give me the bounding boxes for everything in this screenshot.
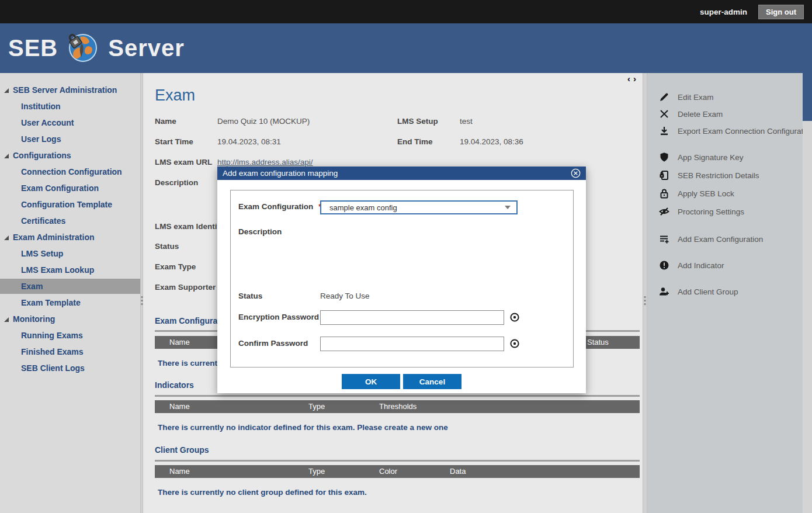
sidebar-item-connection-configuration[interactable]: Connection Configuration [0, 164, 140, 179]
seb-globe-logo-icon [67, 32, 98, 65]
add-exam-configuration-action[interactable]: Add Exam Configuration [647, 232, 803, 246]
sidebar: SEB Server Administration Institution Us… [0, 73, 140, 513]
lms-setup-value: test [460, 117, 473, 126]
restriction-icon [659, 170, 669, 181]
exam-configuration-field-label: Exam Configuration* [238, 202, 322, 211]
brand-server-text: Server [108, 35, 185, 61]
dialog-description-label: Description [238, 227, 282, 236]
tree-expand-icon [4, 235, 9, 240]
end-time-label: End Time [397, 137, 433, 146]
ok-button[interactable]: OK [342, 374, 400, 389]
sidebar-item-finished-exams[interactable]: Finished Exams [0, 344, 140, 359]
sidebar-item-configuration-template[interactable]: Configuration Template [0, 197, 140, 212]
sidebar-item-lms-exam-lookup[interactable]: LMS Exam Lookup [0, 262, 140, 278]
sign-out-button[interactable]: Sign out [758, 5, 804, 19]
exam-type-label: Exam Type [155, 262, 196, 271]
export-exam-connection-configuration-action[interactable]: Export Exam Connection Configuration [647, 124, 803, 138]
actions-resize-handle[interactable] [643, 73, 647, 513]
client-groups-table-header: Name Type Color Data [155, 465, 640, 478]
sidebar-item-configurations[interactable]: Configurations [0, 148, 140, 163]
sidebar-item-running-exams[interactable]: Running Exams [0, 328, 140, 343]
eye-off-icon [659, 206, 669, 217]
dialog-titlebar: Add exam configuration mapping [217, 167, 586, 180]
lms-exam-url-link[interactable]: http://lms.address.alias/api/ [217, 158, 313, 167]
section-divider [155, 460, 640, 462]
download-icon [659, 126, 669, 136]
sash-grip-icon [644, 296, 646, 305]
indicators-table-header: Name Type Thresholds [155, 400, 640, 413]
page-title: Exam [155, 86, 195, 105]
app-signature-key-action[interactable]: App Signature Key [647, 150, 803, 164]
column-header-status[interactable]: Status [587, 338, 609, 346]
client-groups-empty-message: There is currently no client group defin… [158, 488, 367, 497]
person-add-icon [659, 286, 669, 297]
chevron-down-icon [505, 206, 511, 209]
sidebar-item-certificates[interactable]: Certificates [0, 213, 140, 228]
lms-setup-label: LMS Setup [397, 117, 438, 126]
sidebar-item-user-account[interactable]: User Account [0, 115, 140, 130]
app-header: SEB Server [0, 23, 812, 73]
sidebar-item-exam-template[interactable]: Exam Template [0, 295, 140, 310]
status-label: Status [155, 242, 179, 251]
add-indicator-action[interactable]: Add Indicator [647, 258, 803, 272]
sidebar-item-seb-client-logs[interactable]: SEB Client Logs [0, 361, 140, 376]
sidebar-item-exam-configuration[interactable]: Exam Configuration [0, 181, 140, 196]
confirm-password-label: Confirm Password [238, 339, 308, 348]
topbar: super-admin Sign out [0, 0, 812, 23]
dialog-status-label: Status [238, 292, 262, 300]
client-groups-section-title: Client Groups [155, 445, 209, 455]
cancel-button[interactable]: Cancel [403, 374, 461, 389]
start-time-value: 19.04.2023, 08:31 [217, 137, 281, 146]
playlist-add-icon [659, 234, 669, 244]
add-exam-configuration-mapping-dialog: Add exam configuration mapping Exam Conf… [217, 167, 586, 393]
name-value: Demo Quiz 10 (MOCKUP) [217, 117, 310, 126]
sidebar-item-exam[interactable]: Exam [0, 279, 140, 294]
show-password-icon[interactable] [509, 312, 520, 323]
exam-supporter-label: Exam Supporter [155, 283, 216, 292]
tree-expand-icon [4, 88, 9, 93]
sidebar-item-lms-setup[interactable]: LMS Setup [0, 246, 140, 261]
start-time-label: Start Time [155, 137, 193, 146]
edit-exam-action[interactable]: Edit Exam [647, 90, 803, 104]
seb-restriction-details-action[interactable]: SEB Restriction Details [647, 168, 803, 182]
column-header-name[interactable]: Name [169, 467, 190, 476]
add-client-group-action[interactable]: Add Client Group [647, 285, 803, 299]
column-header-type[interactable]: Type [308, 402, 325, 411]
show-password-icon[interactable] [509, 338, 520, 349]
sidebar-item-institution[interactable]: Institution [0, 99, 140, 114]
lock-icon [659, 188, 669, 199]
delete-exam-action[interactable]: Delete Exam [647, 107, 803, 121]
exam-configuration-select[interactable]: sample exam config [320, 200, 518, 214]
dialog-title: Add exam configuration mapping [223, 169, 571, 178]
sash-grip-icon [141, 296, 143, 305]
seb-server-app: super-admin Sign out SEB Server SEB Serv… [0, 0, 812, 513]
tree-expand-icon [4, 317, 9, 322]
name-label: Name [155, 117, 176, 126]
column-header-thresholds[interactable]: Thresholds [379, 402, 417, 411]
close-icon[interactable] [571, 168, 581, 178]
sidebar-item-exam-administration[interactable]: Exam Administration [0, 230, 140, 245]
apply-seb-lock-action[interactable]: Apply SEB Lock [647, 186, 803, 200]
brand-seb-text: SEB [8, 35, 58, 61]
column-header-color[interactable]: Color [379, 467, 397, 476]
exam-configuration-selected-value: sample exam config [329, 203, 505, 212]
column-header-data[interactable]: Data [450, 467, 466, 476]
panel-collapse-arrows[interactable]: ‹› [627, 74, 639, 84]
sidebar-item-user-logs[interactable]: User Logs [0, 131, 140, 147]
proctoring-settings-action[interactable]: Proctoring Settings [647, 204, 803, 219]
section-divider [155, 395, 640, 397]
column-header-name[interactable]: Name [169, 338, 190, 346]
sidebar-item-monitoring[interactable]: Monitoring [0, 311, 140, 327]
encryption-password-input[interactable] [320, 310, 504, 325]
alert-icon [659, 260, 669, 271]
column-header-type[interactable]: Type [308, 467, 325, 476]
column-header-name[interactable]: Name [169, 402, 190, 411]
indicators-section-title: Indicators [155, 380, 194, 390]
description-label: Description [155, 178, 198, 187]
lms-exam-url-label: LMS exam URL [155, 158, 212, 167]
sidebar-item-seb-server-administration[interactable]: SEB Server Administration [0, 82, 140, 98]
confirm-password-input[interactable] [320, 337, 504, 351]
shield-icon [659, 152, 669, 162]
x-icon [659, 109, 669, 119]
pencil-icon [659, 92, 669, 102]
